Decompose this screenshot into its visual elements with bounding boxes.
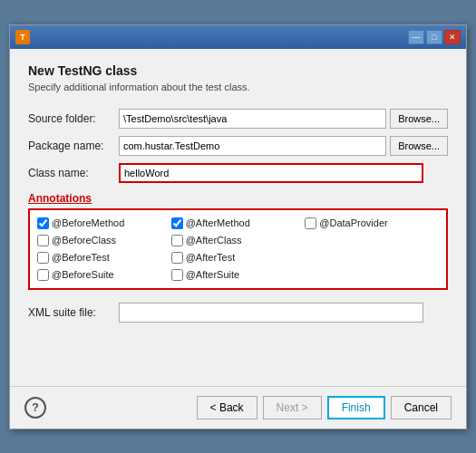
after-test-label[interactable]: @AfterTest <box>186 252 236 263</box>
back-button[interactable]: < Back <box>197 396 257 419</box>
data-provider-label[interactable]: @DataProvider <box>319 217 387 228</box>
package-name-browse-button[interactable]: Browse... <box>390 136 448 156</box>
after-method-label[interactable]: @AfterMethod <box>186 217 250 228</box>
annotation-before-class[interactable]: @BeforeClass <box>37 233 171 248</box>
before-suite-label[interactable]: @BeforeSuite <box>52 269 114 280</box>
cancel-button[interactable]: Cancel <box>391 396 452 419</box>
app-icon: T <box>15 30 30 44</box>
annotation-empty-3 <box>305 267 439 283</box>
finish-button[interactable]: Finish <box>327 396 385 419</box>
class-name-label: Class name: <box>28 167 119 179</box>
before-method-checkbox[interactable] <box>37 217 49 229</box>
annotation-after-suite[interactable]: @AfterSuite <box>171 267 306 283</box>
annotation-after-method[interactable]: @AfterMethod <box>171 216 306 231</box>
titlebar: T — □ ✕ <box>10 25 466 49</box>
maximize-button[interactable]: □ <box>426 30 442 44</box>
after-test-checkbox[interactable] <box>171 252 183 264</box>
annotation-before-test[interactable]: @BeforeTest <box>37 250 171 265</box>
annotation-before-suite[interactable]: @BeforeSuite <box>37 267 171 283</box>
after-class-checkbox[interactable] <box>171 235 183 246</box>
annotation-before-method[interactable]: @BeforeMethod <box>37 216 171 231</box>
help-button[interactable]: ? <box>24 397 46 419</box>
before-class-label[interactable]: @BeforeClass <box>52 235 116 246</box>
source-folder-row: Source folder: Browse... <box>28 109 448 129</box>
after-method-checkbox[interactable] <box>171 217 183 229</box>
footer-left: ? <box>24 397 46 419</box>
source-folder-input[interactable] <box>119 109 386 129</box>
xml-suite-input[interactable] <box>119 303 423 323</box>
package-name-label: Package name: <box>28 140 119 152</box>
minimize-button[interactable]: — <box>408 30 424 44</box>
before-method-label[interactable]: @BeforeMethod <box>52 217 124 228</box>
before-class-checkbox[interactable] <box>37 235 49 246</box>
annotations-label: Annotations <box>28 192 448 205</box>
xml-suite-label: XML suite file: <box>28 306 119 319</box>
before-test-label[interactable]: @BeforeTest <box>52 252 110 263</box>
titlebar-controls: — □ ✕ <box>408 30 461 44</box>
dialog-footer: ? < Back Next > Finish Cancel <box>10 386 466 429</box>
after-suite-checkbox[interactable] <box>171 269 183 281</box>
after-class-label[interactable]: @AfterClass <box>186 235 242 246</box>
dialog-title: New TestNG class <box>28 63 448 78</box>
after-suite-label[interactable]: @AfterSuite <box>186 269 239 280</box>
next-button[interactable]: Next > <box>263 396 322 419</box>
annotations-grid: @BeforeMethod @AfterMethod @DataProvider… <box>28 208 448 290</box>
before-suite-checkbox[interactable] <box>37 269 49 281</box>
source-folder-label: Source folder: <box>28 112 119 125</box>
annotation-data-provider[interactable]: @DataProvider <box>305 216 439 231</box>
annotation-after-test[interactable]: @AfterTest <box>171 250 306 265</box>
spacer <box>28 330 448 375</box>
annotations-section: Annotations @BeforeMethod @AfterMethod @… <box>28 192 448 290</box>
data-provider-checkbox[interactable] <box>305 217 316 229</box>
xml-suite-row: XML suite file: <box>28 303 448 323</box>
annotation-empty-1 <box>305 233 439 248</box>
close-button[interactable]: ✕ <box>444 30 461 44</box>
class-name-input[interactable] <box>119 163 423 183</box>
annotation-empty-2 <box>305 250 439 265</box>
footer-right: < Back Next > Finish Cancel <box>197 396 452 419</box>
package-name-input[interactable] <box>119 136 386 156</box>
source-folder-browse-button[interactable]: Browse... <box>390 109 448 129</box>
annotation-after-class[interactable]: @AfterClass <box>171 233 306 248</box>
dialog-subtitle: Specify additional information about the… <box>28 82 448 92</box>
class-name-row: Class name: <box>28 163 448 183</box>
package-name-row: Package name: Browse... <box>28 136 448 156</box>
dialog-window: T — □ ✕ New TestNG class Specify additio… <box>9 24 467 429</box>
dialog-content: New TestNG class Specify additional info… <box>10 49 466 386</box>
before-test-checkbox[interactable] <box>37 252 49 264</box>
titlebar-left: T <box>15 30 30 44</box>
